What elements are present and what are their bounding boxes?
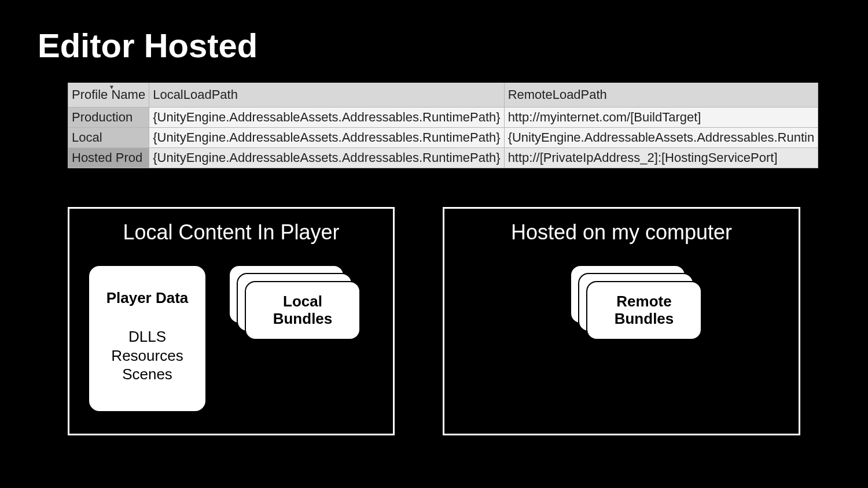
cell-local-path: {UnityEngine.AddressableAssets.Addressab… [149,108,504,128]
header-local-load-path[interactable]: LocalLoadPath [149,83,504,108]
local-content-title: Local Content In Player [69,220,393,245]
remote-bundles-card: RemoteBundles [586,281,702,340]
cell-profile-name: Production [68,108,149,128]
profiles-table: ▼ Profile Name LocalLoadPath RemoteLoadP… [68,83,799,168]
player-data-line: Resources [89,346,205,365]
player-data-title: Player Data [89,289,205,307]
player-data-card: Player Data DLLS Resources Scenes [88,265,207,412]
sort-indicator-icon: ▼ [109,84,115,90]
table-header-row: ▼ Profile Name LocalLoadPath RemoteLoadP… [68,83,818,108]
player-data-line: DLLS [89,327,205,346]
remote-bundles-label: RemoteBundles [615,293,674,328]
player-data-lines: DLLS Resources Scenes [89,327,205,384]
player-data-line: Scenes [89,365,205,384]
local-bundles-card: LocalBundles [245,281,361,340]
page-title: Editor Hosted [38,26,258,65]
cell-local-path: {UnityEngine.AddressableAssets.Addressab… [149,148,504,168]
cell-remote-path: {UnityEngine.AddressableAssets.Addressab… [504,128,818,148]
cell-remote-path: http://myinternet.com/[BuildTarget] [504,108,818,128]
cell-profile-name: Local [68,128,149,148]
local-bundles-label: LocalBundles [273,293,333,328]
cell-remote-path: http://[PrivateIpAddress_2]:[HostingServ… [504,148,818,168]
table-row[interactable]: Hosted Prod {UnityEngine.AddressableAsse… [68,148,818,168]
table-row[interactable]: Local {UnityEngine.AddressableAssets.Add… [68,128,818,148]
cell-profile-name: Hosted Prod [68,148,149,168]
table-row[interactable]: Production {UnityEngine.AddressableAsset… [68,108,818,128]
hosted-content-title: Hosted on my computer [444,220,799,245]
cell-local-path: {UnityEngine.AddressableAssets.Addressab… [149,128,504,148]
header-remote-load-path[interactable]: RemoteLoadPath [504,83,818,108]
header-profile-name[interactable]: ▼ Profile Name [68,83,149,108]
